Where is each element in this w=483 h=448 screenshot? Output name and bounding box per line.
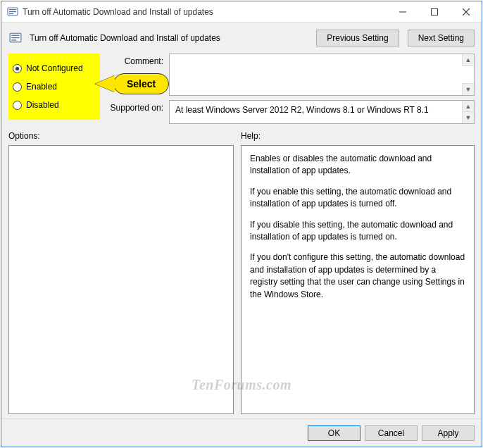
config-row: Not Configured Enabled Disabled Comment:… [8,54,475,124]
help-text: If you enable this setting, the automati… [250,186,465,211]
options-panel[interactable] [8,145,234,414]
svg-rect-5 [431,8,437,15]
help-text: Enables or disables the automatic downlo… [250,153,465,178]
supported-row: Supported on: At least Windows Server 20… [100,100,475,124]
apply-button[interactable]: Apply [422,425,475,441]
state-radio-group: Not Configured Enabled Disabled [8,54,100,120]
policy-icon [8,31,23,45]
maximize-button[interactable] [418,1,450,22]
footer: OK Cancel Apply [1,418,482,447]
scroll-up-icon[interactable]: ▲ [462,54,474,66]
window-controls [387,1,482,22]
radio-enabled[interactable]: Enabled [13,77,93,96]
comment-label: Comment: [100,54,163,66]
cancel-button[interactable]: Cancel [365,425,418,441]
help-panel[interactable]: Enables or disables the automatic downlo… [241,145,475,414]
help-text: If you don't configure this setting, the… [250,251,465,301]
radio-label: Disabled [26,100,59,110]
help-text: If you disable this setting, the automat… [250,219,465,244]
radio-label: Enabled [26,82,57,92]
help-column: Help: Enables or disables the automatic … [241,131,475,414]
scroll-down-icon[interactable]: ▼ [462,111,474,123]
svg-rect-3 [9,13,13,14]
radio-label: Not Configured [26,63,83,73]
comment-textbox[interactable]: ▲ ▼ [169,54,475,96]
svg-rect-11 [11,39,16,40]
options-column: Options: [8,131,234,414]
radio-icon [13,101,22,110]
policy-icon [7,6,18,18]
previous-setting-button[interactable]: Previous Setting [316,30,399,46]
svg-rect-1 [9,9,16,10]
next-setting-button[interactable]: Next Setting [408,30,475,46]
radio-icon [13,64,22,73]
radio-not-configured[interactable]: Not Configured [13,59,93,77]
callout-text: Select [113,73,169,94]
supported-value: At least Windows Server 2012 R2, Windows… [175,105,429,115]
minimize-button[interactable] [387,1,418,22]
radio-icon [13,82,22,92]
dialog-window: Turn off Automatic Download and Install … [1,1,482,447]
lower-panels: Options: Help: Enables or disables the a… [8,131,475,414]
window-title: Turn off Automatic Download and Install … [23,7,387,17]
svg-rect-9 [11,35,19,36]
close-button[interactable] [450,1,482,22]
policy-title: Turn off Automatic Download and Install … [27,33,308,43]
supported-label: Supported on: [100,100,163,113]
options-label: Options: [8,131,234,141]
content-area: Turn off Automatic Download and Install … [1,23,482,418]
supported-textbox: At least Windows Server 2012 R2, Windows… [169,100,475,124]
svg-rect-10 [11,37,19,38]
header-row: Turn off Automatic Download and Install … [8,30,475,46]
annotation-callout: Select [95,73,169,94]
scroll-down-icon[interactable]: ▼ [462,83,474,95]
help-label: Help: [241,131,475,141]
titlebar: Turn off Automatic Download and Install … [1,1,482,23]
ok-button[interactable]: OK [308,425,360,441]
svg-rect-2 [9,11,16,12]
radio-disabled[interactable]: Disabled [13,96,93,114]
arrow-left-icon [95,75,115,92]
